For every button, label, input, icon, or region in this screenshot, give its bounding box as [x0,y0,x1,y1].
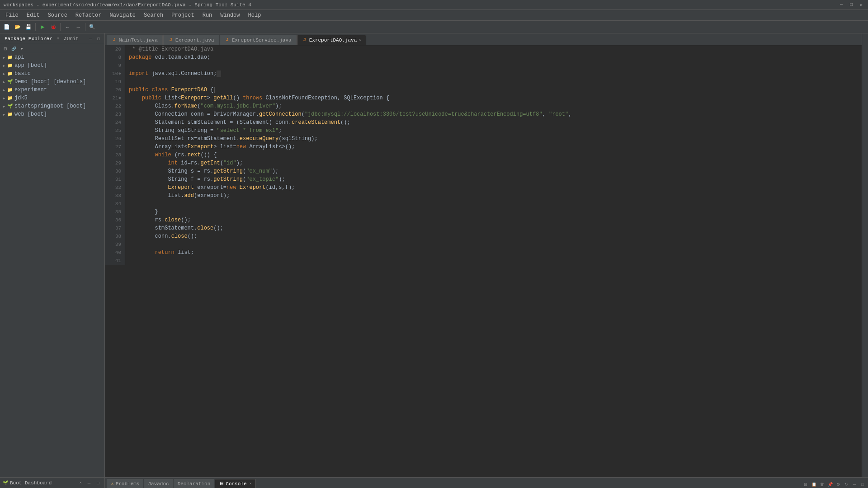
tab-console[interactable]: 🖥 Console × [215,479,256,488]
debug-button[interactable]: 🐞 [48,22,58,32]
tab-javadoc[interactable]: Javadoc [144,479,173,488]
line-num-38: 38 [108,232,121,240]
code-line-conn: Connection conn = DriverManager.getConne… [129,110,858,118]
minimize-button[interactable]: ─ [838,2,844,8]
tab-problems[interactable]: ⚠ Problems [107,479,143,488]
boot-maximize-button[interactable]: □ [94,479,102,487]
tree-item-startspringboot[interactable]: ▶ 🌱 startspringboot [boot] [0,102,104,110]
console-maximize-button[interactable]: □ [859,481,866,488]
arrow-startspringboot: ▶ [2,104,6,108]
line-num-39: 39 [108,240,121,249]
line-num-27: 27 [108,143,121,151]
tab-junit[interactable]: JUnit [62,35,80,42]
tree-item-jdk5[interactable]: ▶ 📁 jdk5 [0,94,104,102]
code-line-stmclose: stmStatement.close(); [129,224,858,232]
boot-close-icon[interactable]: × [80,481,82,485]
label-jdk5: jdk5 [14,95,28,101]
line-num-29: 29 [108,159,121,167]
console-btn-6[interactable]: ↻ [843,481,850,488]
tree-item-web[interactable]: ▶ 📁 web [boot] [0,110,104,118]
window-title: workspaces - experiment/src/edu/team/ex1… [4,2,838,8]
icon-startspringboot: 🌱 [6,103,14,110]
menu-project[interactable]: Project [168,11,198,19]
save-button[interactable]: 💾 [24,22,33,32]
close-icon-exreportdao[interactable]: × [359,38,361,42]
code-line-import: import java.sql.Connection; [129,70,858,78]
code-line-intid: int id=rs.getInt("id"); [129,159,858,167]
menu-help[interactable]: Help [245,11,265,19]
menu-search[interactable]: Search [140,11,167,19]
tree-item-api[interactable]: ▶ 📁 api [0,53,104,61]
maximize-panel-button[interactable]: □ [95,36,102,42]
console-btn-4[interactable]: 📌 [826,481,834,488]
tree-item-app[interactable]: ▶ 📁 app [boot] [0,61,104,70]
code-line-classforname: Class.forName("com.mysql.jdbc.Driver"); [129,102,858,110]
back-button[interactable]: ← [62,22,72,32]
code-line-arraylist: ArrayList<Exreport> list=new ArrayList<>… [129,143,858,151]
open-button[interactable]: 📂 [13,22,23,32]
tab-package-explorer[interactable]: Package Explorer [3,35,54,42]
code-line-comment: * @title ExreportDAO.java [129,45,858,53]
boot-icon: 🌱 [3,480,8,486]
icon-console: 🖥 [219,481,224,487]
console-btn-2[interactable]: 📋 [810,481,817,488]
collapse-all-button[interactable]: ⊟ [2,45,9,52]
boot-minimize-button[interactable]: ─ [85,479,93,487]
arrow-jdk5: ▶ [2,96,6,100]
close-button[interactable]: ✕ [858,2,864,8]
icon-web: 📁 [6,111,14,118]
menu-refactor[interactable]: Refactor [72,11,105,19]
panel-tabs: Package Explorer × JUnit [3,35,85,42]
tab-package-close[interactable]: × [57,37,59,41]
icon-exreport: J [168,38,174,43]
line-num-36: 36 [108,216,121,224]
console-btn-3[interactable]: 🗑 [818,481,826,488]
view-menu-button[interactable]: ▾ [18,45,25,52]
package-explorer-toolbar: ⊟ 🔗 ▾ [0,44,104,53]
menu-edit[interactable]: Edit [23,11,43,19]
minimize-panel-button[interactable]: ─ [87,36,94,42]
boot-dashboard-label: Boot Dashboard [10,480,52,486]
tab-exreportservice[interactable]: J ExreportService.java [220,35,297,45]
forward-button[interactable]: → [73,22,83,32]
line-numbers: 20 8 9 10● 19 20 21● 22 23 24 25 26 27 2… [105,45,125,265]
toolbar-sep-2 [60,23,61,31]
label-problems: Problems [116,481,140,487]
line-num-21: 21● [108,94,121,102]
icon-experiment: 📁 [6,86,14,94]
tab-exreportdao[interactable]: J ExreportDAO.java × [297,35,366,45]
menu-source[interactable]: Source [44,11,71,19]
close-icon-console[interactable]: × [250,482,252,486]
label-startspringboot: startspringboot [boot] [14,103,86,109]
console-minimize-button[interactable]: ─ [851,481,858,488]
menu-file[interactable]: File [2,11,22,19]
label-basic: basic [14,70,31,77]
menu-window[interactable]: Window [217,11,243,19]
console-btn-5[interactable]: ⚙ [835,481,842,488]
toolbar: 📄 📂 💾 ▶ 🐞 ← → 🔍 [0,21,868,33]
label-demo: Demo [boot] [devtools] [14,79,86,85]
run-button[interactable]: ▶ [38,22,47,32]
code-line-rsclose: rs.close(); [129,216,858,224]
tree-item-demo[interactable]: ▶ 🌱 Demo [boot] [devtools] [0,78,104,86]
menu-navigate[interactable]: Navigate [106,11,139,19]
label-api: api [14,54,24,61]
console-btn-1[interactable]: ⊟ [802,481,809,488]
editor-area: J MainTest.java J Exreport.java J Exrepo… [105,33,862,477]
code-editor[interactable]: 20 8 9 10● 19 20 21● 22 23 24 25 26 27 2… [105,45,862,477]
link-editor-button[interactable]: 🔗 [10,45,17,52]
maximize-button[interactable]: □ [848,2,854,8]
boot-dashboard: 🌱 Boot Dashboard × ─ □ 📄 ▶ ■ ↺ 🌐 ☕ ⚙ 🔽 ↻… [0,478,105,488]
tab-exreport[interactable]: J Exreport.java [163,35,219,45]
editor-scroll-indicator[interactable] [862,33,868,477]
line-num-30: 30 [108,167,121,175]
new-button[interactable]: 📄 [2,22,12,32]
code-line-blank4 [129,240,858,249]
tree-item-experiment[interactable]: ▶ 📁 experiment [0,86,104,94]
arrow-web: ▶ [2,113,6,117]
tab-declaration[interactable]: Declaration [174,479,215,488]
tree-item-basic[interactable]: ▶ 📁 basic [0,70,104,78]
menu-run[interactable]: Run [199,11,216,19]
search-toolbar-button[interactable]: 🔍 [87,22,97,32]
tab-maintest[interactable]: J MainTest.java [107,35,163,45]
